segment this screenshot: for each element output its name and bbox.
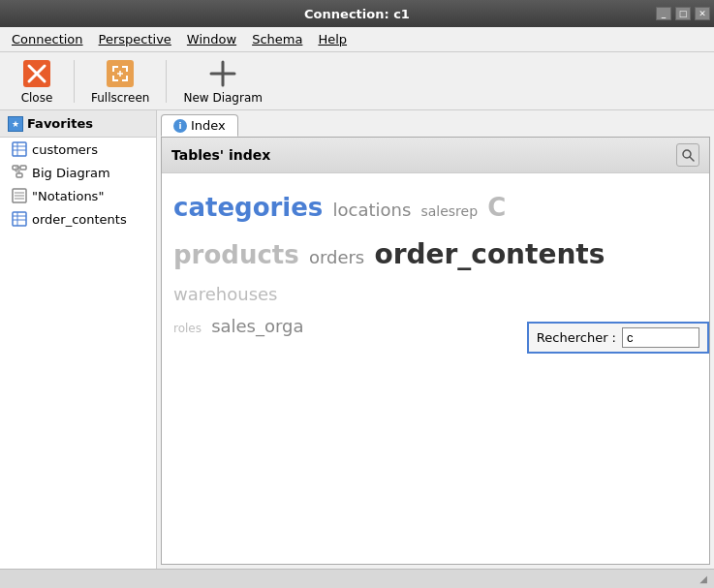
svg-rect-13 <box>20 166 26 170</box>
toolbar: Close Fullscreen New Diagram <box>0 52 714 110</box>
fullscreen-toolbar-label: Fullscreen <box>91 91 149 105</box>
close-icon <box>21 58 52 89</box>
tab-index[interactable]: i Index <box>161 114 238 137</box>
sidebar-item-customers[interactable]: customers <box>0 138 156 161</box>
table-salesrep[interactable]: salesrep <box>420 203 478 219</box>
search-popup: Rechercher : <box>527 322 709 354</box>
table-orders[interactable]: orders <box>309 247 364 267</box>
new-diagram-icon <box>207 58 238 89</box>
sidebar-item-notations[interactable]: "Notations" <box>0 184 156 207</box>
sidebar-item-big-diagram-label: Big Diagram <box>32 166 110 180</box>
search-icon-button[interactable] <box>676 143 699 167</box>
menu-bar: Connection Perspective Window Schema Hel… <box>0 27 714 52</box>
svg-line-28 <box>690 157 694 161</box>
menu-connection[interactable]: Connection <box>4 30 91 48</box>
fullscreen-icon <box>105 58 136 89</box>
tab-index-label: Index <box>191 118 226 133</box>
search-popup-label: Rechercher : <box>537 330 616 345</box>
table-products[interactable]: products <box>173 240 299 269</box>
table-locations[interactable]: locations <box>332 200 411 220</box>
sidebar: ★ Favorites customers B <box>0 110 157 569</box>
table-icon-order-contents <box>12 211 27 227</box>
toolbar-separator-2 <box>166 60 167 103</box>
table-warehouses[interactable]: warehouses <box>173 284 278 304</box>
index-header-label: Tables' index <box>171 147 270 163</box>
table-roles[interactable]: roles <box>173 322 202 335</box>
svg-rect-23 <box>13 212 26 226</box>
menu-schema[interactable]: Schema <box>244 30 310 48</box>
close-toolbar-button[interactable]: Close <box>8 53 66 109</box>
window-title: Connection: c1 <box>304 7 410 21</box>
right-panel: i Index Tables' index categories locatio… <box>157 110 714 569</box>
search-input[interactable] <box>622 327 699 348</box>
info-icon: i <box>173 119 187 133</box>
close-button[interactable]: ✕ <box>695 7 710 20</box>
svg-rect-14 <box>16 173 22 177</box>
title-bar: Connection: c1 _ □ ✕ <box>0 0 714 27</box>
toolbar-separator-1 <box>74 60 75 103</box>
sidebar-item-order-contents[interactable]: order_contents <box>0 207 156 231</box>
table-categories[interactable]: categories <box>173 193 323 222</box>
list-icon <box>12 188 27 203</box>
tab-bar: i Index <box>161 114 710 137</box>
table-sales-orga[interactable]: sales_orga <box>211 316 303 336</box>
new-diagram-toolbar-label: New Diagram <box>183 91 263 105</box>
resize-handle[interactable]: ◢ <box>697 573 710 586</box>
sidebar-header-label: Favorites <box>27 116 93 131</box>
sidebar-item-notations-label: "Notations" <box>32 189 104 203</box>
main-content: ★ Favorites customers B <box>0 110 714 569</box>
index-header: Tables' index <box>162 138 709 173</box>
minimize-button[interactable]: _ <box>656 7 671 20</box>
maximize-button[interactable]: □ <box>675 7 691 20</box>
table-order-contents[interactable]: order_contents <box>374 238 605 270</box>
table-icon-customers <box>12 141 27 157</box>
menu-window[interactable]: Window <box>179 30 244 48</box>
favorites-icon: ★ <box>8 116 23 132</box>
window-controls: _ □ ✕ <box>656 7 710 20</box>
svg-rect-8 <box>13 142 26 156</box>
sidebar-item-customers-label: customers <box>32 142 98 157</box>
menu-perspective[interactable]: Perspective <box>91 30 179 48</box>
new-diagram-toolbar-button[interactable]: New Diagram <box>174 53 271 109</box>
tab-content: Tables' index categories locations sales… <box>161 137 710 565</box>
sidebar-item-big-diagram[interactable]: Big Diagram <box>0 161 156 184</box>
status-bar: ◢ <box>0 569 714 588</box>
sidebar-item-order-contents-label: order_contents <box>32 212 127 227</box>
fullscreen-toolbar-button[interactable]: Fullscreen <box>82 53 158 109</box>
diagram-icon <box>12 165 27 180</box>
menu-help[interactable]: Help <box>310 30 355 48</box>
close-toolbar-label: Close <box>21 91 53 105</box>
sidebar-header: ★ Favorites <box>0 110 156 138</box>
table-c-hidden[interactable]: C <box>487 193 506 222</box>
